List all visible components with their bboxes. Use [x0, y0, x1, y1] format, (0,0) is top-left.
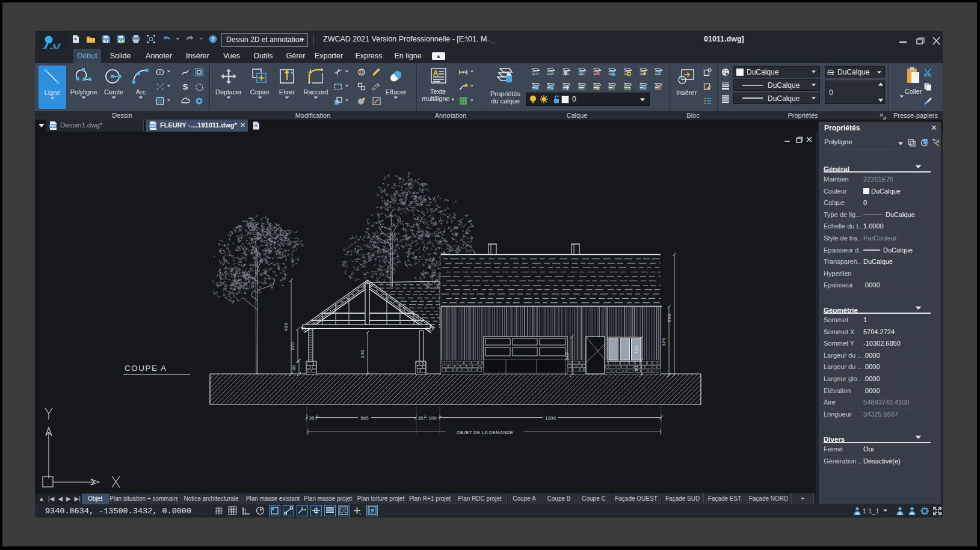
svg-text:A: A	[433, 69, 439, 78]
svg-text:270: 270	[290, 342, 295, 350]
svg-text:i: i	[537, 86, 537, 90]
svg-text:DWG: DWG	[49, 125, 57, 128]
svg-text:COUPE A: COUPE A	[125, 364, 167, 373]
svg-text:240: 240	[360, 350, 365, 358]
svg-text:80: 80	[633, 365, 639, 371]
svg-text:376: 376	[661, 338, 667, 346]
svg-text:660: 660	[667, 314, 672, 322]
svg-text:35: 35	[418, 415, 424, 421]
svg-text:495: 495	[283, 323, 289, 331]
svg-text:80: 80	[291, 365, 297, 370]
svg-text:100: 100	[428, 415, 437, 421]
svg-text:35: 35	[309, 415, 315, 421]
svg-text:?: ?	[211, 35, 215, 42]
svg-text:S: S	[183, 82, 188, 91]
svg-text:1208: 1208	[545, 415, 556, 421]
svg-text:130: 130	[633, 346, 639, 354]
svg-text:565: 565	[360, 415, 369, 421]
svg-text:210: 210	[564, 352, 570, 361]
svg-text:OBJET DE LA DEMANDE: OBJET DE LA DEMANDE	[457, 430, 514, 435]
svg-text:DWG: DWG	[149, 125, 156, 128]
